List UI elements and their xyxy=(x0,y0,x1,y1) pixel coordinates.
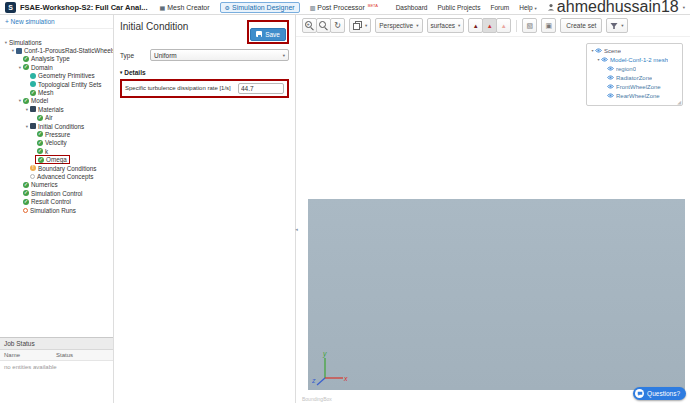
view-cube-icon xyxy=(353,21,362,30)
tree-item-pressure[interactable]: ✓Pressure xyxy=(0,130,113,138)
visibility-eye-icon[interactable] xyxy=(607,66,616,71)
tree-item-topological-entity-sets[interactable]: Topological Entity Sets xyxy=(0,80,113,88)
type-label: Type xyxy=(120,52,146,59)
render-mode-dropdown[interactable]: surfaces ▾ xyxy=(427,18,465,33)
mesh-surface[interactable] xyxy=(308,199,685,390)
app-window: S FSAE-Workshop-S2: Full Car Anal... ▦Me… xyxy=(0,0,690,403)
tree-item-conf-1-porousrad-staticwheels[interactable]: ▾Conf-1-PorousRad-StaticWheels xyxy=(0,46,113,54)
create-set-button[interactable]: Create set xyxy=(560,18,602,33)
visibility-eye-icon[interactable] xyxy=(595,48,604,53)
reset-view-button[interactable]: ↻ xyxy=(330,18,345,33)
visibility-eye-icon[interactable] xyxy=(607,84,616,89)
check-status-icon: ✓ xyxy=(30,90,36,96)
chat-button[interactable]: Questions? xyxy=(633,387,686,400)
clip-plane-button[interactable]: ▧ xyxy=(522,18,537,33)
tree-item-label: Simulations xyxy=(9,39,42,46)
job-status-empty-text: no entities available xyxy=(0,361,113,373)
invert-selection-button[interactable]: ▲ xyxy=(496,18,511,33)
simscale-logo[interactable]: S xyxy=(5,2,16,13)
zoom-fit-button[interactable] xyxy=(316,18,331,33)
view-orientation-dropdown[interactable]: ▾ xyxy=(349,18,371,33)
nav-public-projects[interactable]: Public Projects xyxy=(437,4,480,11)
details-section-toggle[interactable]: ▾ Details xyxy=(120,69,289,76)
nav-dashboard[interactable]: Dashboard xyxy=(396,4,428,11)
tree-item-label: Result Control xyxy=(31,198,71,205)
simulation-tree: ▾Simulations▾Conf-1-PorousRad-StaticWhee… xyxy=(0,29,113,337)
tree-item-advanced-concepts[interactable]: Advanced Concepts xyxy=(0,172,113,180)
tree-item-label: Advanced Concepts xyxy=(37,173,93,180)
tree-item-label: Conf-1-PorousRad-StaticWheels xyxy=(24,47,113,54)
filter-icon xyxy=(610,22,618,30)
tree-item-model[interactable]: ▾✓Model xyxy=(0,97,113,105)
scene-node-radiatorzone[interactable]: RadiatorZone xyxy=(589,73,680,82)
tree-item-label: Boundary Conditions xyxy=(38,165,96,172)
scene-node-label: RearWheelZone xyxy=(616,93,660,99)
scene-node-label: region0 xyxy=(616,66,636,72)
simulation-tree-sidebar: + New simulation ▾Simulations▾Conf-1-Por… xyxy=(0,15,114,403)
viewport-canvas[interactable]: ▾Scene▾Model-Conf-1-2 meshregion0Radiato… xyxy=(296,37,690,403)
tree-item-label: Initial Conditions xyxy=(38,123,84,130)
tree-item-geometry-primitives[interactable]: Geometry Primitives xyxy=(0,72,113,80)
check-status-icon: ✓ xyxy=(37,148,43,154)
nav-help[interactable]: Help▾ xyxy=(519,4,537,11)
settings-panel: Initial Condition Save Type Uniform ▾ ▾ … xyxy=(114,15,296,403)
user-menu[interactable]: ahmedhussain18 ▾ xyxy=(547,0,685,16)
tree-item-simulation-runs[interactable]: Simulation Runs xyxy=(0,206,113,214)
tree-item-domain[interactable]: ▾✓Domain xyxy=(0,63,113,71)
visibility-eye-icon[interactable] xyxy=(607,93,616,98)
tab-simulation-designer[interactable]: ⚙Simulation Designer xyxy=(220,2,300,13)
screenshot-button[interactable]: ▣ xyxy=(541,18,556,33)
zoom-in-icon: + xyxy=(305,21,314,30)
tree-item-label: Topological Entity Sets xyxy=(38,81,101,88)
check-status-icon: ✓ xyxy=(37,115,43,121)
projection-dropdown[interactable]: Perspective ▾ xyxy=(375,18,422,33)
tree-item-mesh[interactable]: ✓Mesh xyxy=(0,88,113,96)
tree-item-omega[interactable]: ✓Omega xyxy=(0,155,113,163)
show-selection-button[interactable]: ▲ xyxy=(482,18,497,33)
tree-item-label: k xyxy=(45,148,48,155)
tree-item-simulations[interactable]: ▾Simulations xyxy=(0,38,113,46)
topbar-links: DashboardPublic ProjectsForumHelp▾ xyxy=(396,4,537,11)
tree-item-numerics[interactable]: ✓Numerics xyxy=(0,181,113,189)
hide-selection-button[interactable]: ▲ xyxy=(468,18,483,33)
chevron-down-icon: ▾ xyxy=(416,23,418,28)
tab-post-processor[interactable]: ▥Post ProcessorBETA xyxy=(305,2,383,13)
tab-label: Simulation Designer xyxy=(232,4,295,11)
teal-status-icon xyxy=(30,81,36,87)
tree-item-label: Numerics xyxy=(31,181,58,188)
visibility-eye-icon[interactable] xyxy=(601,57,610,62)
tree-item-boundary-conditions[interactable]: !Boundary Conditions xyxy=(0,164,113,172)
tree-item-velocity[interactable]: ✓Velocity xyxy=(0,139,113,147)
job-status-panel: Job Status Name Status no entities avail… xyxy=(0,337,113,403)
visibility-eye-icon[interactable] xyxy=(607,75,616,80)
nav-forum[interactable]: Forum xyxy=(490,4,509,11)
invert-selection-icon: ▲ xyxy=(501,23,507,29)
chevron-down-icon: ▾ xyxy=(621,23,623,28)
page-title: Initial Condition xyxy=(120,21,188,32)
type-select[interactable]: Uniform ▾ xyxy=(150,49,289,61)
tab-mesh-creator[interactable]: ▦Mesh Creator xyxy=(155,2,215,13)
resize-handle[interactable]: ◢ xyxy=(677,100,681,105)
tree-item-initial-conditions[interactable]: ▾Initial Conditions xyxy=(0,122,113,130)
tree-item-label: Pressure xyxy=(45,131,70,138)
scene-node-scene[interactable]: ▾Scene xyxy=(589,46,680,55)
zoom-in-button[interactable]: + xyxy=(302,18,317,33)
filter-dropdown[interactable]: ▾ xyxy=(606,18,627,33)
tree-item-result-control[interactable]: ✓Result Control xyxy=(0,197,113,205)
scene-node-frontwheelzone[interactable]: FrontWheelZone xyxy=(589,82,680,91)
save-button[interactable]: Save xyxy=(250,28,286,41)
tree-item-air[interactable]: ✓Air xyxy=(0,114,113,122)
x-axis-label: x xyxy=(343,375,348,382)
new-simulation-button[interactable]: + New simulation xyxy=(0,15,113,29)
collapse-panel-handle[interactable]: ◂ xyxy=(293,223,300,235)
scene-node-region0[interactable]: region0 xyxy=(589,64,680,73)
tree-item-label: Omega xyxy=(46,156,67,163)
scene-node-rearwheelzone[interactable]: RearWheelZone xyxy=(589,91,680,100)
dissipation-rate-input[interactable] xyxy=(238,83,284,94)
viewport-watermark: BoundingBox xyxy=(302,396,332,402)
scene-node-model-conf-1-2-mesh[interactable]: ▾Model-Conf-1-2 mesh xyxy=(589,55,680,64)
tree-item-analysis-type[interactable]: ✓Analysis Type xyxy=(0,55,113,63)
tree-item-simulation-control[interactable]: ✓Simulation Control xyxy=(0,189,113,197)
tree-item-materials[interactable]: ▾Materials xyxy=(0,105,113,113)
check-status-icon: ✓ xyxy=(23,199,29,205)
